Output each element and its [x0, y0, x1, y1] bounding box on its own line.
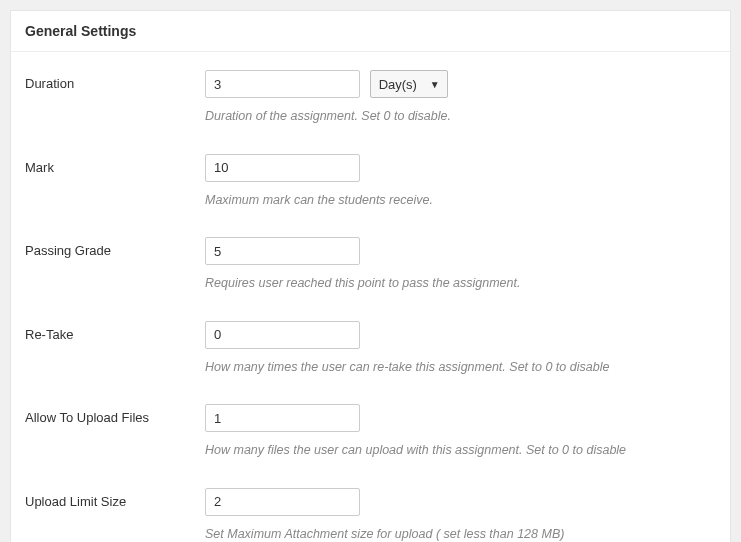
- allow-upload-label: Allow To Upload Files: [25, 404, 205, 425]
- retake-label: Re-Take: [25, 321, 205, 342]
- retake-description: How many times the user can re-take this…: [205, 359, 716, 377]
- allow-upload-input[interactable]: [205, 404, 360, 432]
- mark-row: Mark Maximum mark can the students recei…: [25, 154, 716, 210]
- upload-limit-label: Upload Limit Size: [25, 488, 205, 509]
- duration-input[interactable]: [205, 70, 360, 98]
- passing-grade-input[interactable]: [205, 237, 360, 265]
- panel-header: General Settings: [11, 11, 730, 52]
- panel-title: General Settings: [25, 23, 716, 39]
- mark-label: Mark: [25, 154, 205, 175]
- duration-unit-select[interactable]: Day(s): [370, 70, 448, 98]
- duration-description: Duration of the assignment. Set 0 to dis…: [205, 108, 716, 126]
- retake-control: How many times the user can re-take this…: [205, 321, 716, 377]
- passing-grade-description: Requires user reached this point to pass…: [205, 275, 716, 293]
- passing-grade-control: Requires user reached this point to pass…: [205, 237, 716, 293]
- upload-limit-row: Upload Limit Size Set Maximum Attachment…: [25, 488, 716, 543]
- duration-label: Duration: [25, 70, 205, 91]
- allow-upload-control: How many files the user can upload with …: [205, 404, 716, 460]
- panel-body: Duration Day(s) ▼ Duration of the assign…: [11, 52, 730, 542]
- mark-input[interactable]: [205, 154, 360, 182]
- passing-grade-label: Passing Grade: [25, 237, 205, 258]
- duration-row: Duration Day(s) ▼ Duration of the assign…: [25, 70, 716, 126]
- mark-description: Maximum mark can the students receive.: [205, 192, 716, 210]
- upload-limit-input[interactable]: [205, 488, 360, 516]
- duration-unit-wrapper: Day(s) ▼: [370, 70, 448, 98]
- allow-upload-description: How many files the user can upload with …: [205, 442, 716, 460]
- retake-row: Re-Take How many times the user can re-t…: [25, 321, 716, 377]
- upload-limit-description: Set Maximum Attachment size for upload (…: [205, 526, 716, 543]
- duration-control: Day(s) ▼ Duration of the assignment. Set…: [205, 70, 716, 126]
- mark-control: Maximum mark can the students receive.: [205, 154, 716, 210]
- allow-upload-row: Allow To Upload Files How many files the…: [25, 404, 716, 460]
- passing-grade-row: Passing Grade Requires user reached this…: [25, 237, 716, 293]
- general-settings-panel: General Settings Duration Day(s) ▼ Durat…: [10, 10, 731, 542]
- retake-input[interactable]: [205, 321, 360, 349]
- upload-limit-control: Set Maximum Attachment size for upload (…: [205, 488, 716, 543]
